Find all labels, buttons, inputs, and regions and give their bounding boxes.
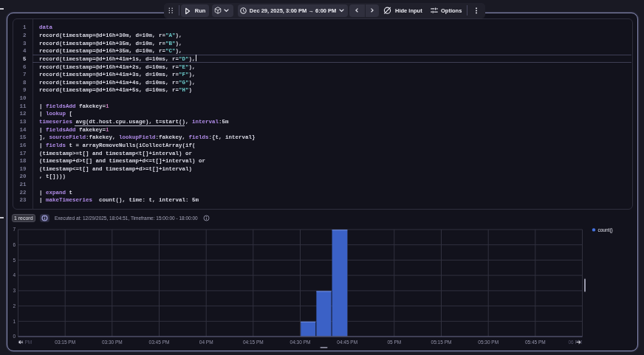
svg-text:4: 4: [13, 272, 16, 278]
svg-text:count(): count(): [597, 227, 612, 233]
svg-text:05:45 PM: 05:45 PM: [524, 340, 545, 345]
svg-text:04 PM: 04 PM: [199, 340, 213, 345]
svg-text:05 PM: 05 PM: [387, 340, 401, 345]
svg-text:5: 5: [13, 258, 16, 263]
svg-text:04:15 PM: 04:15 PM: [242, 340, 263, 345]
svg-text:05:30 PM: 05:30 PM: [478, 340, 499, 345]
svg-text:3: 3: [13, 288, 16, 293]
svg-text:04:30 PM: 04:30 PM: [290, 340, 310, 345]
svg-text:2: 2: [13, 303, 16, 309]
svg-text:03:15 PM: 03:15 PM: [55, 340, 75, 345]
svg-text:03:45 PM: 03:45 PM: [148, 340, 169, 345]
svg-text:04:45 PM: 04:45 PM: [337, 340, 357, 345]
svg-text:1: 1: [13, 319, 16, 324]
svg-text:0: 0: [13, 334, 16, 339]
svg-text:6: 6: [13, 242, 16, 247]
svg-text:05:15 PM: 05:15 PM: [431, 340, 451, 345]
svg-text:03:30 PM: 03:30 PM: [101, 340, 122, 345]
svg-text:7: 7: [13, 227, 16, 232]
